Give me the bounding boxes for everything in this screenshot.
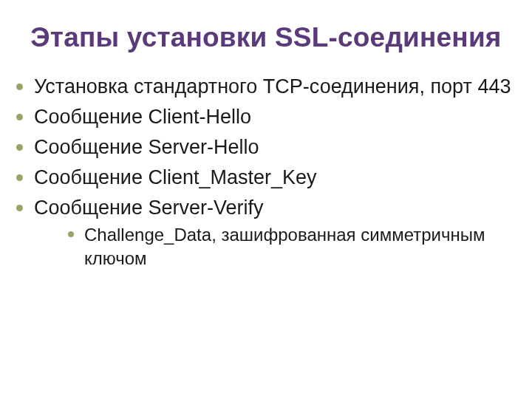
- list-item: Сообщение Client_Master_Key: [16, 165, 532, 191]
- list-item: Сообщение Client-Hello: [16, 104, 532, 130]
- sub-bullet-list: Challenge_Data, зашифрованная симметричн…: [34, 223, 532, 269]
- sub-list-item: Challenge_Data, зашифрованная симметричн…: [68, 223, 532, 269]
- list-item: Установка стандартного TCP-соединения, п…: [16, 74, 532, 100]
- slide-title: Этапы установки SSL-соединения: [0, 22, 532, 53]
- slide: Этапы установки SSL-соединения Установка…: [0, 0, 532, 399]
- list-item: Сообщение Server-Verify Challenge_Data, …: [16, 195, 532, 269]
- list-item-text: Сообщение Server-Verify: [34, 197, 263, 219]
- bullet-list: Установка стандартного TCP-соединения, п…: [0, 74, 532, 270]
- list-item: Сообщение Server-Hello: [16, 134, 532, 160]
